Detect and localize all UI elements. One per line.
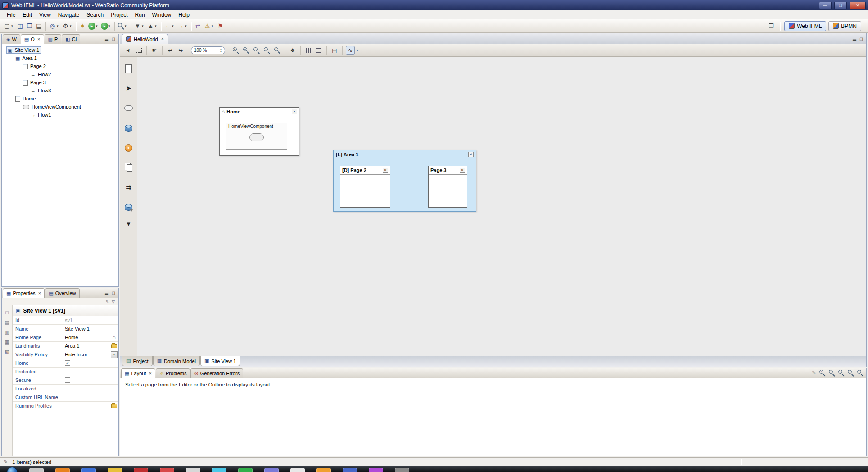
taskbar-app-2[interactable] [55, 468, 70, 472]
palette-content-unit-tool[interactable] [122, 122, 135, 134]
spinner-down-icon[interactable]: ▼ [220, 50, 222, 53]
save-all-button[interactable]: ❒ [25, 21, 34, 31]
visibility-policy-select[interactable]: Hide Incor ▼ [62, 351, 118, 358]
pin-properties-icon[interactable]: ✎ [106, 300, 109, 304]
palette-flows-tool[interactable]: ⇉ [122, 181, 135, 194]
zoom-combo[interactable]: 100 % ▲ ▼ [191, 46, 225, 54]
palette-page-tool[interactable] [122, 62, 135, 75]
menu-help[interactable]: Help [175, 11, 193, 19]
zoom-out-button[interactable]: − [241, 46, 250, 55]
chevron-down-icon[interactable]: ▼ [111, 351, 118, 358]
property-value-input[interactable]: Home [62, 335, 109, 340]
taskbar-app-12[interactable] [316, 468, 331, 472]
back-button[interactable]: ← ▾ [163, 21, 176, 31]
nav-forward-button[interactable]: ↪ [176, 46, 185, 55]
next-annotation-button[interactable]: ▼ ▾ [133, 21, 146, 31]
tab-outline[interactable]: ▤ O ✕ [21, 34, 44, 44]
taskbar-app-15[interactable] [395, 468, 409, 472]
generate-button[interactable]: ⚙ ▾ [61, 21, 74, 31]
localized-checkbox[interactable] [65, 386, 70, 391]
save-button[interactable]: ◫ [15, 21, 25, 31]
tree-item-page-2[interactable]: Page 2 [2, 62, 118, 70]
diagram-canvas[interactable]: [L] Area 1 ✕ [D] Page 2 ✕ Page 3 ✕ [137, 57, 866, 356]
menu-project[interactable]: Project [107, 11, 131, 19]
maximize-panel-button[interactable]: ❐ [111, 291, 116, 295]
property-value-input[interactable]: Area 1 [62, 343, 109, 349]
nav-back-button[interactable]: ↩ [166, 46, 175, 55]
menu-view[interactable]: View [36, 11, 54, 19]
palette-scroll-down[interactable]: ▾ [122, 221, 135, 227]
distribute-vertical-button[interactable] [314, 46, 323, 55]
tab-project[interactable]: ▤ Project [122, 356, 153, 366]
palette-module-tool[interactable] [122, 161, 135, 174]
menu-search[interactable]: Search [83, 11, 107, 19]
tab-properties[interactable]: ▦ Properties ✕ [3, 288, 45, 298]
page-title-bar[interactable]: [D] Page 2 ✕ [340, 166, 390, 175]
distribute-horizontal-button[interactable] [304, 46, 313, 55]
select-tool-button[interactable]: ➤ [124, 46, 133, 55]
run-webapp-button[interactable]: ◎ ▾ [48, 21, 61, 31]
category-misc-icon[interactable]: ▧ [5, 349, 9, 355]
close-icon[interactable]: ✕ [161, 37, 164, 41]
diagram-page-3[interactable]: Page 3 ✕ [428, 166, 467, 208]
tab-webratio-explorer[interactable]: ◈ W [3, 34, 20, 44]
new-button[interactable]: ▢ ▾ [2, 21, 15, 31]
taskbar-app-7[interactable] [186, 468, 200, 472]
tab-problems[interactable]: ⚠ Problems [156, 368, 190, 378]
prev-annotation-button[interactable]: ▲ ▾ [146, 21, 159, 31]
taskbar-app-11[interactable] [290, 468, 305, 472]
tab-cl[interactable]: ◧ Cl [62, 34, 80, 44]
tab-domain-model[interactable]: ▦ Domain Model [153, 356, 200, 366]
minimize-panel-button[interactable]: ▬ [104, 291, 109, 295]
tree-item-flow1[interactable]: →Flow1 [2, 111, 118, 119]
palette-container-tool[interactable] [122, 102, 135, 114]
open-perspective-button[interactable]: ❒ [766, 21, 776, 31]
tree-item-home[interactable]: Home [2, 95, 118, 103]
layout-zoom-fit-button[interactable] [847, 369, 854, 376]
hand-tool-button[interactable]: ☛ [150, 46, 159, 55]
zoom-spinner[interactable]: ▲ ▼ [220, 48, 222, 53]
layout-zoom-out-button[interactable]: − [828, 369, 835, 376]
diagram-area-1[interactable]: [L] Area 1 ✕ [D] Page 2 ✕ Page 3 ✕ [333, 150, 476, 212]
perspective-bpmn-button[interactable]: BPMN [828, 21, 861, 31]
collapse-icon[interactable]: ✕ [460, 168, 465, 173]
zoom-fit-button[interactable] [262, 46, 271, 55]
tab-layout[interactable]: ▦ Layout ✕ [121, 368, 155, 378]
close-icon[interactable]: ✕ [38, 291, 41, 295]
close-icon[interactable]: ✕ [149, 372, 152, 376]
page-title-bar[interactable]: Page 3 ✕ [429, 166, 467, 175]
diagram-home-page[interactable]: ⌂ Home ✕ HomeViewComponent [219, 107, 299, 156]
protected-checkbox[interactable] [65, 369, 70, 374]
home-icon[interactable]: ⌂ [112, 335, 115, 340]
secure-checkbox[interactable] [65, 377, 70, 383]
menu-edit[interactable]: Edit [19, 11, 36, 19]
minimize-button[interactable]: — [819, 2, 832, 9]
tree-item-flow3[interactable]: →Flow3 [2, 86, 118, 95]
forward-button[interactable]: → ▾ [176, 21, 189, 31]
debug-button[interactable]: ▸ ▾ [100, 21, 113, 31]
tab-overview[interactable]: ▤ Overview [45, 288, 79, 298]
zoom-selection-button[interactable] [252, 46, 261, 55]
close-button[interactable]: ✕ [850, 2, 866, 9]
category-table-icon[interactable]: ▤ [5, 319, 9, 325]
folder-icon[interactable] [111, 404, 117, 408]
menu-file[interactable]: File [3, 11, 19, 19]
minimize-panel-button[interactable]: ▬ [104, 37, 109, 41]
diagram-home-view-component[interactable]: HomeViewComponent [226, 123, 287, 150]
problems-warning-button[interactable]: ⚠ ▾ [203, 21, 216, 31]
collapse-icon[interactable]: ✕ [383, 168, 388, 173]
grid-button[interactable]: ▤ [330, 46, 339, 55]
taskbar-app-8[interactable] [212, 468, 226, 472]
tab-site-view-1[interactable]: ▣ Site View 1 [200, 356, 240, 366]
property-value-input[interactable]: Site View 1 [62, 326, 118, 331]
taskbar-app-1[interactable] [29, 468, 44, 472]
diagram-page-2[interactable]: [D] Page 2 ✕ [340, 166, 390, 208]
flag-button[interactable]: ⚑ [216, 21, 225, 31]
taskbar-app-4[interactable] [108, 468, 122, 472]
export-image-button[interactable]: ❖ [288, 46, 297, 55]
category-form-icon[interactable]: □ [5, 310, 9, 315]
routing-toggle-button[interactable]: ∿ [346, 46, 355, 55]
menu-navigate[interactable]: Navigate [54, 11, 83, 19]
marquee-tool-button[interactable] [134, 46, 143, 55]
home-title-bar[interactable]: ⌂ Home ✕ [220, 108, 299, 116]
